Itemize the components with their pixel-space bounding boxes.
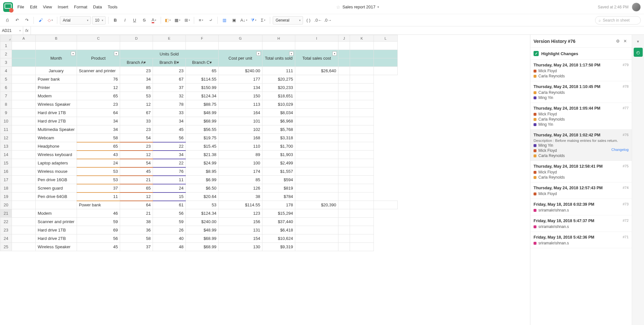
cell-branch-b[interactable]: 23	[153, 67, 185, 75]
cell-product[interactable]: Wireless keyboard	[36, 151, 77, 159]
increase-decimal-button[interactable]: .0→	[324, 16, 332, 25]
menu-insert[interactable]: Insert	[58, 5, 68, 9]
menu-tools[interactable]: Tools	[108, 5, 117, 9]
cell-branch-c[interactable]: 33	[153, 109, 185, 117]
cell-product[interactable]: Scanner and printer	[36, 218, 77, 226]
cell-branch-a[interactable]: 46	[77, 209, 120, 218]
cell-product[interactable]: Hard drive 2TB	[36, 117, 77, 125]
cell-cost[interactable]: $48.99	[185, 226, 218, 234]
cell-branch-a[interactable]: 53	[77, 167, 120, 176]
cell-product[interactable]: Pen drive 16GB	[36, 176, 77, 184]
cell-product[interactable]: Multimedia Speaker	[36, 125, 77, 134]
spreadsheet-grid[interactable]: ABCDEFGHIJKL12 Month▾ Product▾ Units Sol…	[0, 35, 530, 325]
row-header[interactable]: 20	[0, 201, 12, 209]
col-header-E[interactable]: E	[153, 35, 185, 42]
cell-cost[interactable]: $240.00	[185, 218, 218, 226]
cell-product[interactable]: Wireless mouse	[36, 167, 77, 176]
row-header[interactable]: 18	[0, 184, 12, 192]
cell-branch-a[interactable]: 43	[77, 151, 120, 159]
cell[interactable]	[36, 42, 77, 50]
row-header[interactable]: 21	[0, 209, 12, 218]
cell-units[interactable]: 100	[218, 159, 262, 167]
cell-branch-a[interactable]: 24	[77, 159, 120, 167]
hdr-units-sold[interactable]: Units Sold▾	[120, 50, 218, 58]
bold-button[interactable]: B	[111, 16, 119, 25]
image-button[interactable]: ▣	[230, 16, 238, 25]
cell-units[interactable]: 134	[218, 84, 262, 92]
borders-button[interactable]: ▦	[173, 16, 182, 25]
cell-branch-b[interactable]: 23	[120, 125, 153, 134]
cell-total[interactable]: $20,390	[295, 201, 338, 209]
strike-button[interactable]: S	[140, 16, 148, 25]
highlight-changes-toggle[interactable]: ✓ Highlight Changes	[530, 48, 632, 60]
cell-product[interactable]: Headphone	[36, 142, 77, 151]
row-header[interactable]: 1	[0, 42, 12, 50]
star-icon[interactable]: ☆	[336, 5, 340, 10]
align-button[interactable]: ≡	[197, 16, 205, 25]
cell-branch-a[interactable]: 59	[77, 218, 120, 226]
version-item[interactable]: #75 Thursday, May 24, 2018 12:58:41 PM M…	[530, 161, 632, 182]
cell-product[interactable]: Hard drive 1TB	[36, 226, 77, 234]
cell-cost[interactable]: $21.38	[185, 151, 218, 159]
cell-product[interactable]: Screen guard	[36, 184, 77, 192]
cell-branch-b[interactable]: 65	[120, 184, 153, 192]
cell-cost[interactable]: $8.95	[185, 167, 218, 176]
cell-branch-b[interactable]: 34	[120, 75, 153, 84]
cell-branch-c[interactable]: 26	[153, 226, 185, 234]
hdr-branch-c[interactable]: Branch C▾	[185, 58, 218, 67]
cell-branch-b[interactable]: 12	[120, 151, 153, 159]
cell[interactable]	[374, 42, 397, 50]
cell-reference[interactable]: AD21	[0, 26, 23, 34]
italic-button[interactable]: I	[121, 16, 129, 25]
col-header-H[interactable]: H	[262, 35, 295, 42]
cell-branch-c[interactable]: 78	[153, 100, 185, 109]
hdr-month[interactable]: Month▾	[36, 50, 77, 67]
search-sheet-input[interactable]: ⌕ Search in sheet	[595, 16, 641, 25]
cell-units[interactable]: 89	[218, 151, 262, 159]
cell-branch-a[interactable]: 12	[77, 84, 120, 92]
cell-cost[interactable]: $68.99	[185, 117, 218, 125]
col-header-L[interactable]: L	[374, 35, 397, 42]
cell-branch-b[interactable]: 67	[120, 109, 153, 117]
col-header-C[interactable]: C	[77, 35, 120, 42]
cell-product[interactable]: Power bank	[36, 75, 77, 84]
version-item[interactable]: #78 Thursday, May 24, 2018 1:10:45 PM Ca…	[530, 81, 632, 103]
cell-product[interactable]: Pen drive 64GB	[36, 192, 77, 201]
cell-branch-b[interactable]: 21	[120, 176, 153, 184]
underline-button[interactable]: U	[130, 16, 139, 25]
menu-file[interactable]: File	[17, 5, 24, 9]
cell-branch-a[interactable]: 65	[77, 142, 120, 151]
font-size-select[interactable]: 10	[92, 16, 106, 25]
cell-total[interactable]: $37,440	[262, 218, 295, 226]
row-header[interactable]: 11	[0, 125, 12, 134]
cell-total[interactable]: $3,318	[262, 134, 295, 142]
row-header[interactable]: 4	[0, 67, 12, 75]
chevron-down-icon[interactable]: ▾	[377, 5, 379, 9]
cell-units[interactable]: 154	[218, 234, 262, 243]
cell-branch-b[interactable]: 36	[120, 226, 153, 234]
clear-format-button[interactable]: ◇	[46, 16, 54, 25]
doc-title[interactable]: ☆ Sales report 2017 ▾	[118, 5, 598, 10]
cell-branch-c[interactable]: 24	[153, 184, 185, 192]
cell-cost[interactable]: $124.34	[185, 209, 218, 218]
cell-branch-c[interactable]: 53	[185, 201, 218, 209]
cell[interactable]	[120, 42, 153, 50]
cell-branch-c[interactable]: 56	[153, 134, 185, 142]
cell-total[interactable]: $594	[262, 176, 295, 184]
col-header-G[interactable]: G	[218, 35, 262, 42]
decrease-decimal-button[interactable]: .0←	[314, 16, 322, 25]
cell-units[interactable]: 150	[218, 92, 262, 100]
cell-cost[interactable]: $24.99	[185, 159, 218, 167]
menu-view[interactable]: View	[43, 5, 52, 9]
col-header-K[interactable]: K	[350, 35, 374, 42]
gear-icon[interactable]: ⚙	[614, 38, 621, 45]
cell-product[interactable]: Modem	[36, 209, 77, 218]
cell-branch-b[interactable]: 58	[120, 234, 153, 243]
menu-data[interactable]: Data	[93, 5, 102, 9]
app-logo[interactable]	[3, 2, 13, 12]
row-header[interactable]: 10	[0, 117, 12, 125]
text-color-button[interactable]: A	[150, 16, 158, 25]
cell-branch-a[interactable]: 53	[77, 176, 120, 184]
cell-branch-a[interactable]: 64	[120, 201, 153, 209]
cell-branch-b[interactable]: 45	[120, 167, 153, 176]
